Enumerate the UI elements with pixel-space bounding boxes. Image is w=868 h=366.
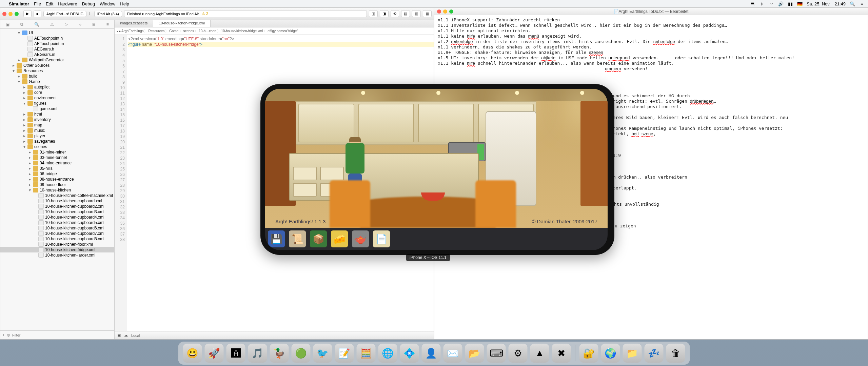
kitchen-counter[interactable]: [289, 153, 479, 201]
file-tree-item[interactable]: 10-house-kitchen-floor.xml: [0, 242, 114, 247]
menubar-date[interactable]: Sa. 25. Nov.: [807, 1, 831, 6]
file-tree-item[interactable]: 10-house-kitchen-cupboard6.xml: [0, 225, 114, 231]
file-tree-item[interactable]: ▸savegames: [0, 139, 114, 144]
window-controls[interactable]: [2, 12, 19, 16]
tab-images[interactable]: images.xcassets: [115, 20, 153, 27]
file-tree-item[interactable]: ▾Resources: [0, 68, 114, 74]
file-tree-item[interactable]: AETouchpoint.h: [0, 36, 114, 41]
add-icon[interactable]: +: [2, 333, 5, 338]
breadcrumb-segment[interactable]: ArghEarthlings: [121, 29, 144, 33]
dock-item-spotify[interactable]: 🟢: [292, 344, 311, 363]
spotlight-icon[interactable]: 🔍: [850, 1, 855, 6]
textedit-titlebar[interactable]: 📄 Argh! Earthlings ToDo.txt — Bearbeitet: [434, 8, 868, 15]
file-tree-item[interactable]: ▸04-mine-entrance: [0, 160, 114, 166]
jump-bar[interactable]: ◂▸ ArghEarthlings 〉 Resources 〉 Game 〉 s…: [115, 27, 434, 35]
navigator-selector[interactable]: ▣⧉🔍⚠▷⟐⊟≡: [0, 20, 114, 29]
file-tree-item[interactable]: 10-house-kitchen-cupboard.xml: [0, 198, 114, 204]
folder-icon[interactable]: ▣: [6, 22, 9, 27]
file-tree-item[interactable]: AEGears.m: [0, 52, 114, 57]
file-tree-item[interactable]: 10-house-kitchen-cupboard4.xml: [0, 215, 114, 220]
breadcrumb-segment[interactable]: Game: [169, 29, 178, 33]
dock-item-notes[interactable]: 📝: [335, 344, 354, 363]
dock-item-contacts[interactable]: 👤: [422, 344, 441, 363]
dock-item-appstore[interactable]: 🅰: [226, 344, 245, 363]
file-tree-item[interactable]: AETouchpoint.m: [0, 41, 114, 46]
file-tree-item[interactable]: ▸06-bridge: [0, 171, 114, 177]
editor-mode-version[interactable]: ⟲: [391, 10, 399, 17]
file-tree-item[interactable]: ▸autopilot: [0, 84, 114, 90]
breadcrumb-segment[interactable]: Resources: [148, 29, 164, 33]
toggle-debug[interactable]: ▥: [412, 10, 421, 17]
file-tree-item[interactable]: ▸player: [0, 133, 114, 139]
debug-toggle-icon[interactable]: ▣: [117, 333, 121, 338]
kitchen-door-right[interactable]: [580, 101, 608, 206]
file-tree-item[interactable]: ▸inventory: [0, 117, 114, 122]
tab-fridge-xml[interactable]: 10-house-kitchen-fridge.xml: [153, 20, 211, 27]
file-tree-item[interactable]: 10-house-kitchen-coffee-machine.xml: [0, 193, 114, 198]
file-tree-item[interactable]: ▸map: [0, 122, 114, 128]
chair-left[interactable]: [330, 180, 370, 228]
menu-window[interactable]: Window: [100, 1, 115, 6]
destination-selector[interactable]: iPad Air (8.4): [94, 11, 122, 17]
file-tree[interactable]: ▾UIAETouchpoint.hAETouchpoint.mAEGears.h…: [0, 29, 114, 330]
dock-item-launchpad[interactable]: 🚀: [205, 344, 224, 363]
file-tree-item[interactable]: ▸09-house-floor: [0, 182, 114, 187]
dock-item-app1[interactable]: ⚙: [509, 344, 528, 363]
iphone-simulator[interactable]: Argh! Earthlings! 1.1.3 © Damian Thater,…: [260, 84, 614, 255]
file-tree-item[interactable]: game.xml: [0, 106, 114, 111]
dock-item-mail[interactable]: ✉️: [443, 344, 462, 363]
breadcrumb-segment[interactable]: 10-h…chen: [199, 29, 216, 33]
dock-item-x11[interactable]: ✖: [552, 344, 571, 363]
breadcrumb-segment[interactable]: effigy name="fridge": [268, 29, 298, 33]
debug-scope[interactable]: Local: [131, 333, 140, 338]
wifi-icon[interactable]: ⌔: [769, 1, 774, 6]
inventory-box[interactable]: 📦: [310, 230, 327, 247]
scheme-selector[interactable]: Argh! Eart...s! DEBUG: [43, 11, 86, 17]
file-tree-item[interactable]: ▸03-mine-tunnel: [0, 155, 114, 160]
run-button[interactable]: ▶: [23, 10, 32, 17]
game-scene[interactable]: Argh! Earthlings! 1.1.3 © Damian Thater,…: [265, 89, 608, 228]
inventory-floppy[interactable]: 💾: [268, 230, 285, 247]
dock-item-vlc[interactable]: ▲: [530, 344, 549, 363]
file-tree-item[interactable]: ▸music: [0, 128, 114, 133]
file-tree-item[interactable]: ▸08-house-entrance: [0, 177, 114, 182]
dropbox-icon[interactable]: ⬒: [750, 1, 755, 6]
battery-icon[interactable]: ▮▮: [788, 1, 793, 6]
file-tree-item[interactable]: AEGears.h: [0, 46, 114, 52]
file-tree-item[interactable]: 10-house-kitchen-cupboard3.xml: [0, 209, 114, 215]
dock-item-folder[interactable]: 📁: [623, 344, 642, 363]
volume-icon[interactable]: 🔊: [778, 1, 784, 6]
file-tree-item[interactable]: 10-house-kitchen-cupboard5.xml: [0, 220, 114, 225]
chair-right[interactable]: [475, 180, 516, 228]
app-menu[interactable]: Simulator: [9, 1, 29, 6]
file-tree-item[interactable]: ▸core: [0, 90, 114, 95]
dock-item-twitter[interactable]: 🐦: [313, 344, 332, 363]
menu-hardware[interactable]: Hardware: [58, 1, 77, 6]
dock-item-finder2[interactable]: 📂: [465, 344, 484, 363]
file-tree-item[interactable]: ▾scenes: [0, 144, 114, 149]
dock-item-keepass[interactable]: 🔐: [579, 344, 598, 363]
dock-item-vscode[interactable]: 💠: [400, 344, 419, 363]
editor-mode-assistant[interactable]: ◨: [380, 10, 389, 17]
menu-edit[interactable]: Edit: [46, 1, 53, 6]
inventory-paper[interactable]: 📄: [373, 230, 390, 247]
inventory-cheese[interactable]: 🧀: [331, 230, 348, 247]
dock-item-trash[interactable]: 🗑: [666, 344, 685, 363]
keyboard-icon[interactable]: 🇩🇪: [797, 1, 803, 6]
menubar-time[interactable]: 21:49: [834, 1, 846, 6]
inventory-kettle[interactable]: 🫖: [352, 230, 369, 247]
inventory-map[interactable]: 📜: [289, 230, 306, 247]
dock-item-duck[interactable]: 🦆: [270, 344, 289, 363]
dock-item-terminal[interactable]: ⌨: [487, 344, 506, 363]
file-tree-item[interactable]: ▸WalkpathGenerator: [0, 57, 114, 63]
file-tree-item[interactable]: ▾Game: [0, 79, 114, 84]
stop-button[interactable]: ■: [34, 11, 41, 17]
warning-badge[interactable]: ⚠ 2: [202, 12, 208, 16]
file-tree-item[interactable]: ▸html: [0, 111, 114, 117]
bluetooth-icon[interactable]: ᚼ: [759, 1, 765, 6]
breadcrumb-segment[interactable]: 10-house-kitchen-fridge.xml: [221, 29, 263, 33]
file-tree-item[interactable]: ▸05-hills: [0, 166, 114, 171]
toggle-navigator[interactable]: ▤: [401, 10, 410, 17]
filter-input[interactable]: [12, 333, 112, 337]
file-tree-item[interactable]: 10-house-kitchen-cupboard7.xml: [0, 231, 114, 236]
